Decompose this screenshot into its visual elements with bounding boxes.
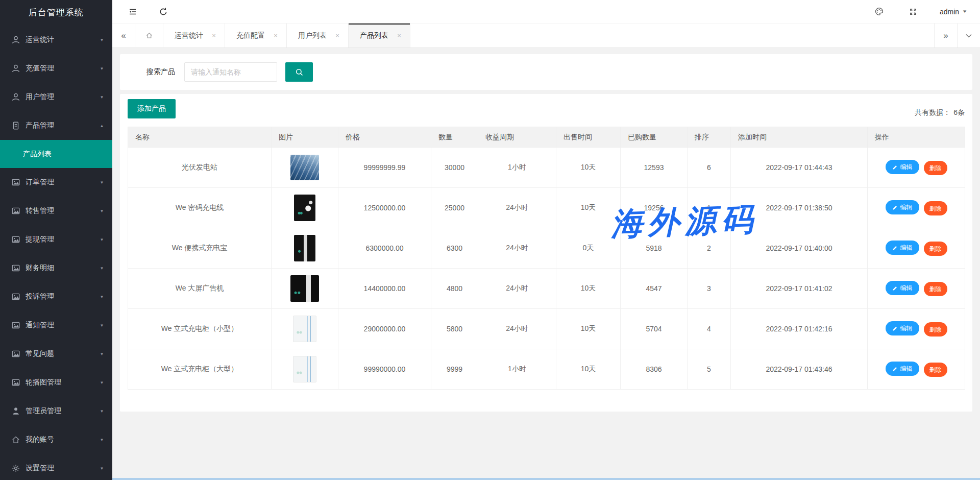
cell-purchased: 12593 — [621, 148, 688, 188]
add-product-button[interactable]: 添加产品 — [128, 99, 176, 118]
sidebar-item-finance-details[interactable]: 财务明细▼ — [0, 254, 112, 282]
edit-button[interactable]: 编辑 — [886, 281, 919, 295]
sidebar-item-faq[interactable]: 常见问题▼ — [0, 340, 112, 368]
person-icon — [11, 406, 20, 416]
cell-sort: 2 — [688, 228, 731, 269]
cell-added_time: 2022-09-17 01:41:02 — [731, 269, 868, 309]
tabs-scroll-right-button[interactable]: » — [934, 23, 957, 47]
product-thumbnail — [294, 235, 315, 261]
sidebar-item-label: 设置管理 — [26, 464, 100, 473]
pencil-icon — [892, 326, 898, 331]
sidebar-item-carousel-management[interactable]: 轮播图管理▼ — [0, 368, 112, 397]
cell-sale_time: 10天 — [556, 188, 621, 228]
sidebar-item-user-management[interactable]: 用户管理▼ — [0, 83, 112, 111]
sidebar-item-order-management[interactable]: 订单管理▼ — [0, 168, 112, 197]
tab-item[interactable]: 充值配置× — [225, 23, 287, 47]
sidebar-item-withdraw-management[interactable]: 提现管理▼ — [0, 225, 112, 254]
cell-sort: 1 — [688, 188, 731, 228]
edit-button[interactable]: 编辑 — [886, 200, 919, 214]
edit-button[interactable]: 编辑 — [886, 241, 919, 255]
tabs-scroll-left-button[interactable]: « — [112, 23, 135, 47]
table-row: We 立式充电柜（小型）29000000.00580024小时10天570442… — [128, 309, 965, 349]
sidebar-item-operation-stats[interactable]: 运营统计▼ — [0, 26, 112, 54]
table-header-cell: 价格 — [338, 127, 431, 148]
tab-item[interactable]: 运营统计× — [163, 23, 225, 47]
sidebar-item-label: 投诉管理 — [26, 292, 100, 301]
edit-button[interactable]: 编辑 — [886, 362, 919, 376]
close-icon[interactable]: × — [396, 32, 403, 39]
fullscreen-icon[interactable] — [904, 3, 922, 21]
cell-image — [272, 228, 338, 269]
sidebar-item-resale-management[interactable]: 转售管理▼ — [0, 197, 112, 225]
sidebar-item-label: 通知管理 — [26, 321, 100, 330]
sidebar-item-label: 订单管理 — [26, 178, 100, 187]
search-panel: 搜索产品 — [120, 54, 972, 90]
sidebar-item-recharge-management[interactable]: 充值管理▼ — [0, 54, 112, 83]
cell-cycle: 24小时 — [478, 228, 556, 269]
cell-actions: 编辑删除 — [868, 188, 965, 228]
sidebar-item-label: 我的账号 — [26, 435, 100, 444]
edit-button-label: 编辑 — [900, 244, 913, 252]
cell-price: 6300000.00 — [338, 228, 431, 269]
image-icon — [11, 178, 20, 187]
cell-added_time: 2022-09-17 01:44:43 — [731, 148, 868, 188]
home-tab[interactable] — [135, 23, 163, 47]
user-menu[interactable]: admin ▼ — [940, 8, 967, 16]
table-row: 光伏发电站99999999.99300001小时10天1259362022-09… — [128, 148, 965, 188]
menu-collapse-icon[interactable] — [124, 3, 142, 21]
cell-added_time: 2022-09-17 01:38:50 — [731, 188, 868, 228]
tab-label: 用户列表 — [298, 31, 327, 40]
cell-price: 29000000.00 — [338, 309, 431, 349]
sidebar-item-product-management[interactable]: 产品管理▲ — [0, 111, 112, 140]
edit-button[interactable]: 编辑 — [886, 160, 919, 174]
palette-icon[interactable] — [870, 3, 889, 21]
sidebar-item-settings-management[interactable]: 设置管理▼ — [0, 454, 112, 480]
sidebar-item-label: 提现管理 — [26, 235, 100, 244]
sidebar-item-admin-management[interactable]: 管理员管理▼ — [0, 397, 112, 425]
chevron-down-icon: ▼ — [100, 266, 104, 271]
search-input[interactable] — [184, 62, 277, 82]
table-header-cell: 数量 — [431, 127, 478, 148]
top-header: admin ▼ — [112, 0, 980, 23]
close-icon[interactable]: × — [272, 32, 279, 39]
cell-image — [272, 148, 338, 188]
pencil-icon — [892, 366, 898, 372]
delete-button[interactable]: 删除 — [924, 161, 947, 175]
cell-price: 12500000.00 — [338, 188, 431, 228]
cell-image — [272, 188, 338, 228]
sidebar-item-notice-management[interactable]: 通知管理▼ — [0, 311, 112, 340]
sidebar-item-label: 运营统计 — [26, 35, 100, 44]
cell-actions: 编辑删除 — [868, 148, 965, 188]
search-button[interactable] — [285, 62, 313, 82]
horizontal-scrollbar[interactable] — [112, 478, 980, 480]
tab-item[interactable]: 产品列表× — [349, 23, 410, 47]
cell-actions: 编辑删除 — [868, 269, 965, 309]
close-icon[interactable]: × — [334, 32, 341, 39]
delete-button[interactable]: 删除 — [924, 282, 947, 296]
edit-button[interactable]: 编辑 — [886, 321, 919, 335]
cell-added_time: 2022-09-17 01:42:16 — [731, 309, 868, 349]
tab-item[interactable]: 用户列表× — [287, 23, 349, 47]
sidebar: 后台管理系统 运营统计▼充值管理▼用户管理▼产品管理▲产品列表订单管理▼转售管理… — [0, 0, 112, 480]
edit-button-label: 编辑 — [900, 284, 913, 293]
delete-button[interactable]: 删除 — [924, 322, 947, 337]
delete-button[interactable]: 删除 — [924, 363, 947, 377]
cell-sort: 3 — [688, 269, 731, 309]
delete-button[interactable]: 删除 — [924, 201, 947, 215]
image-icon — [11, 206, 20, 215]
cell-quantity: 9999 — [431, 349, 478, 390]
cell-price: 99990000.00 — [338, 349, 431, 390]
sidebar-item-my-account[interactable]: 我的账号▼ — [0, 425, 112, 454]
close-icon[interactable]: × — [210, 32, 217, 39]
sidebar-item-product-list[interactable]: 产品列表 — [0, 140, 112, 168]
cell-actions: 编辑删除 — [868, 309, 965, 349]
sidebar-item-complaint-management[interactable]: 投诉管理▼ — [0, 282, 112, 311]
table-header-cell: 收益周期 — [478, 127, 556, 148]
table-row: We 便携式充电宝6300000.00630024小时0天591822022-0… — [128, 228, 965, 269]
table-row: We 密码充电线12500000.002500024小时10天192561202… — [128, 188, 965, 228]
cell-purchased: 5918 — [621, 228, 688, 269]
tabs-menu-button[interactable] — [957, 23, 980, 47]
refresh-icon[interactable] — [154, 3, 173, 21]
delete-button[interactable]: 删除 — [924, 242, 947, 256]
cell-price: 99999999.99 — [338, 148, 431, 188]
